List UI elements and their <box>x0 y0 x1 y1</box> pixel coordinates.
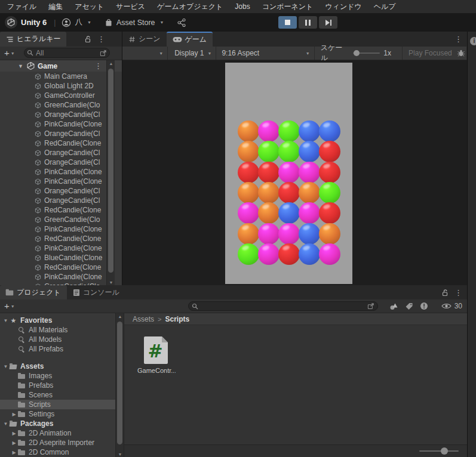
filter-by-type-icon[interactable] <box>389 302 398 310</box>
project-tree-row[interactable]: ▶ 2D Common <box>0 447 115 457</box>
hierarchy-item[interactable]: RedCandie(Clone <box>0 234 106 243</box>
scroll-up-arrow[interactable]: ▲ <box>107 61 115 66</box>
project-add-dropdown-arrow[interactable]: ▼ <box>11 304 15 308</box>
scale-slider-thumb[interactable] <box>354 50 360 56</box>
hierarchy-item[interactable]: PinkCandie(Clone <box>0 177 106 186</box>
scene-more-icon[interactable]: ⋮ <box>94 61 102 70</box>
menu-item[interactable]: 編集 <box>42 0 69 13</box>
hierarchy-item[interactable]: OrangeCandie(Cl <box>0 196 106 205</box>
tree-arrow-icon[interactable]: ▼ <box>2 318 10 323</box>
hierarchy-item[interactable]: OrangeCandie(Cl <box>0 110 106 119</box>
candy-green[interactable] <box>278 121 300 142</box>
candy-green[interactable] <box>319 182 340 203</box>
visibility-eye-icon[interactable] <box>441 302 452 310</box>
candy-pink[interactable] <box>258 243 280 265</box>
candy-pink[interactable] <box>299 202 320 224</box>
candy-pink[interactable] <box>238 202 259 224</box>
hierarchy-search-input[interactable]: All <box>24 48 110 58</box>
aspect-dropdown[interactable]: 9:16 Aspect ▼ <box>216 47 314 60</box>
candy-orange[interactable] <box>238 182 259 203</box>
candy-orange[interactable] <box>238 121 259 142</box>
menu-item[interactable]: ヘルプ <box>368 0 402 13</box>
menu-item[interactable]: アセット <box>69 0 110 13</box>
project-tree-row[interactable]: Scenes <box>0 390 115 400</box>
hierarchy-item[interactable]: BlueCandie(Clone <box>0 253 106 263</box>
menu-item[interactable]: ファイル <box>1 0 42 13</box>
hierarchy-item[interactable]: PinkCandie(Clone <box>0 119 106 129</box>
menu-item[interactable]: ゲームオブジェクト <box>151 0 229 13</box>
hierarchy-scrollbar-thumb[interactable] <box>108 69 113 273</box>
candy-green[interactable] <box>278 141 300 162</box>
hierarchy-item[interactable]: RedCandie(Clone <box>0 205 106 215</box>
hierarchy-item[interactable]: OrangeCandie(Cl <box>0 158 106 167</box>
candy-orange[interactable] <box>238 223 259 245</box>
hierarchy-add-dropdown-arrow[interactable]: ▼ <box>11 51 15 55</box>
scene-header-row[interactable]: ▼ Game ⋮ <box>0 60 122 72</box>
hierarchy-item[interactable]: PinkCandie(Clone <box>0 167 106 177</box>
candy-pink[interactable] <box>299 162 320 183</box>
hierarchy-item[interactable]: GreenCandie(Clo <box>0 100 106 110</box>
breadcrumb-root[interactable]: Assets <box>133 315 154 323</box>
hierarchy-item[interactable]: Main Camera <box>0 72 106 81</box>
project-lock-icon[interactable] <box>441 289 449 297</box>
menu-item[interactable]: コンポーネント <box>256 0 320 13</box>
candy-red[interactable] <box>238 162 259 183</box>
candy-pink[interactable] <box>278 223 300 245</box>
project-tree-row[interactable]: ▶ Settings <box>0 409 115 419</box>
candy-red[interactable] <box>258 162 280 183</box>
hierarchy-item[interactable]: RedCandie(Clone <box>0 263 106 272</box>
menu-item[interactable]: サービス <box>110 0 151 13</box>
hierarchy-lock-icon[interactable] <box>84 35 91 43</box>
project-tree-row[interactable]: All Prefabs <box>0 344 115 354</box>
thumbnail-zoom-thumb[interactable] <box>441 447 448 455</box>
tab-scene[interactable]: シーン <box>122 32 167 47</box>
candy-red[interactable] <box>319 162 340 183</box>
hierarchy-more-icon[interactable]: ⋮ <box>97 35 105 44</box>
project-search-input[interactable] <box>188 301 378 311</box>
candy-green[interactable] <box>258 141 280 162</box>
candy-blue[interactable] <box>299 243 320 265</box>
hierarchy-item[interactable]: OrangeCandie(Cl <box>0 129 106 138</box>
project-sidebar-scrollbar-thumb[interactable] <box>117 322 122 444</box>
account-icon[interactable] <box>62 18 71 27</box>
project-tree-row[interactable]: Images <box>0 371 115 381</box>
candy-blue[interactable] <box>299 121 320 142</box>
candy-pink[interactable] <box>258 223 280 245</box>
scroll-up-arrow[interactable]: ▲ <box>116 314 124 319</box>
menu-item[interactable]: Jobs <box>229 0 256 13</box>
tree-arrow-icon[interactable]: ▶ <box>10 412 18 417</box>
project-tree-row[interactable]: All Materials <box>0 325 115 335</box>
breadcrumb-current[interactable]: Scripts <box>165 315 189 323</box>
candy-orange[interactable] <box>258 182 280 203</box>
hierarchy-item[interactable]: PinkCandie(Clone <box>0 224 106 234</box>
hierarchy-item[interactable]: PinkCandie(Clone <box>0 272 106 282</box>
tree-arrow-icon[interactable]: ▼ <box>2 421 10 427</box>
game-viewport[interactable] <box>225 63 352 284</box>
pause-button[interactable] <box>299 16 317 29</box>
account-dropdown-arrow[interactable]: ▼ <box>87 20 91 24</box>
candy-pink[interactable] <box>278 162 300 183</box>
file-item[interactable]: # GameContr... <box>137 335 176 374</box>
candy-orange[interactable] <box>258 202 280 224</box>
search-popout-icon[interactable] <box>367 302 374 310</box>
candy-red[interactable] <box>319 202 340 224</box>
candy-blue[interactable] <box>319 121 340 142</box>
candy-blue[interactable] <box>278 202 300 224</box>
project-tree-row[interactable]: ▼ Assets <box>0 362 115 371</box>
scroll-down-arrow[interactable]: ▼ <box>107 280 115 285</box>
game-target-dropdown[interactable]: ▼ <box>122 47 168 60</box>
project-more-icon[interactable]: ⋮ <box>454 288 462 297</box>
candy-orange[interactable] <box>238 141 259 162</box>
project-tree-row[interactable]: All Models <box>0 335 115 344</box>
debug-bug-icon[interactable] <box>457 49 465 57</box>
account-name[interactable]: 八 <box>75 17 82 27</box>
hierarchy-add-button[interactable]: + <box>4 47 10 59</box>
tab-hierarchy[interactable]: ヒエラルキー <box>0 32 66 47</box>
scroll-down-arrow[interactable]: ▼ <box>116 452 124 456</box>
search-popout-icon[interactable] <box>100 50 107 57</box>
scale-slider[interactable] <box>353 53 380 54</box>
asset-store-label[interactable]: Asset Store <box>116 18 155 27</box>
tab-project[interactable]: プロジェクト <box>0 285 67 299</box>
hierarchy-item[interactable]: RedCandie(Clone <box>0 138 106 148</box>
version-control-icon[interactable] <box>177 18 186 27</box>
